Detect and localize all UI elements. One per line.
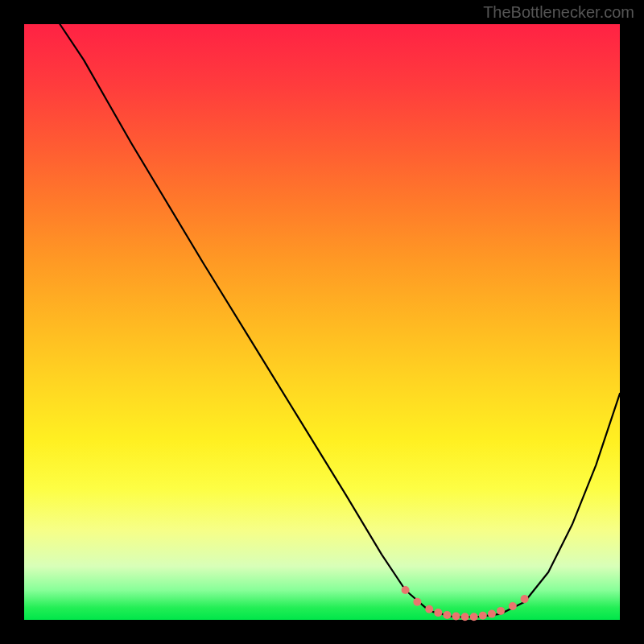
marker-dot <box>452 613 460 621</box>
marker-dot <box>479 612 487 620</box>
marker-dot <box>434 609 442 617</box>
marker-dot <box>443 611 451 619</box>
optimal-zone-markers <box>402 586 529 621</box>
marker-dot <box>497 607 505 615</box>
marker-dot <box>470 613 478 621</box>
marker-dot <box>509 602 517 610</box>
chart-plot-area <box>24 24 620 620</box>
bottleneck-curve <box>60 24 620 617</box>
marker-dot <box>488 610 496 618</box>
attribution-text: TheBottlenecker.com <box>483 3 634 22</box>
marker-dot <box>521 595 529 603</box>
marker-dot <box>402 586 410 594</box>
chart-svg <box>24 24 620 620</box>
marker-dot <box>425 605 433 613</box>
marker-dot <box>413 598 421 606</box>
marker-dot <box>461 613 469 621</box>
